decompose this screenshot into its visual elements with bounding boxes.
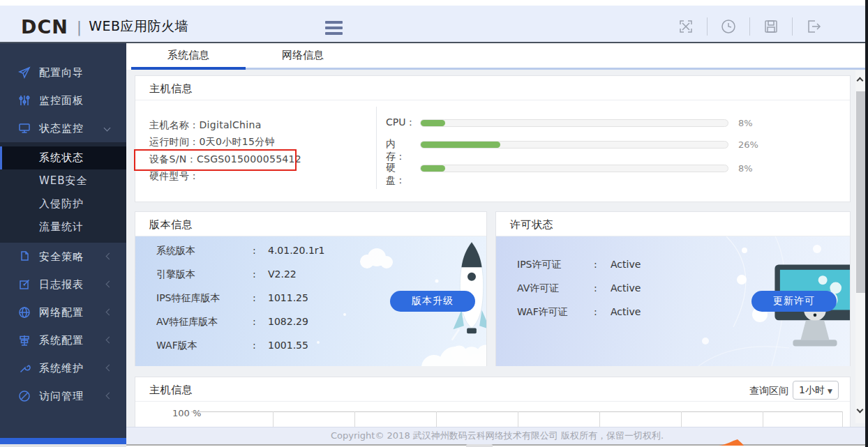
brand-area: DCN | WEB应用防火墙 xyxy=(21,11,188,42)
chevron-down-icon xyxy=(104,125,111,132)
dcn-logo: DCN xyxy=(21,16,68,38)
disk-gauge-fill xyxy=(421,165,445,172)
panel-title: 版本信息 xyxy=(149,218,193,232)
window-right-edge xyxy=(865,0,868,447)
document-icon xyxy=(18,250,31,263)
toolbar-divider xyxy=(749,17,750,36)
disk-percent: 8% xyxy=(738,163,753,174)
version-upgrade-button[interactable]: 版本升级 xyxy=(390,291,475,312)
panel-title: 主机信息 xyxy=(149,384,193,397)
sidebar-item-label: 系统维护 xyxy=(39,362,84,375)
sidebar-subitem-web-security[interactable]: WEB安全 xyxy=(0,169,126,192)
memory-percent: 26% xyxy=(738,139,758,150)
sidebar-item-security-policy[interactable]: 安全策略 xyxy=(0,243,126,271)
fullscreen-icon[interactable] xyxy=(678,18,694,35)
license-status-panel: 许可状态 xyxy=(495,211,851,366)
license-update-button[interactable]: 更新许可 xyxy=(751,291,837,312)
sidebar-subitem-traffic-stats[interactable]: 流量统计 xyxy=(0,215,126,238)
subitem-label: 系统状态 xyxy=(39,151,84,165)
version-info-panel: 版本信息 xyxy=(135,211,487,366)
block-icon xyxy=(18,390,31,402)
app-title: WEB应用防火墙 xyxy=(89,17,188,36)
vertical-scrollbar[interactable] xyxy=(855,70,866,423)
chart-top-gridline xyxy=(191,411,843,412)
sidebar-item-label: 网络配置 xyxy=(39,306,84,319)
bottom-strip xyxy=(126,444,868,447)
sidebar-item-monitor-dashboard[interactable]: 监控面板 xyxy=(0,86,126,114)
tab-system-info[interactable]: 系统信息 xyxy=(131,43,246,68)
sidebar-item-log-report[interactable]: 日志报表 xyxy=(0,271,126,298)
paper-plane-icon xyxy=(18,66,31,79)
sidebar-item-label: 系统配置 xyxy=(39,334,84,347)
interval-dropdown[interactable]: 1小时▼ xyxy=(793,381,839,400)
sidebar-subitem-intrusion-prevention[interactable]: 入侵防护 xyxy=(0,192,126,215)
panel-header: 主机信息 xyxy=(135,76,850,100)
host-name-field: 主机名称：DigitalChina xyxy=(149,119,262,135)
footer: Copyright© 2018 武汉神州数码云科网络技术有限公司 版权所有，保留… xyxy=(126,427,868,444)
sidebar-bottom-edge xyxy=(0,444,126,447)
serial-number-highlight-box xyxy=(134,149,297,171)
disk-gauge-track xyxy=(420,165,728,172)
panel-title: 主机信息 xyxy=(149,82,193,96)
sidebar-item-system-maintenance[interactable]: 系统维护 xyxy=(0,354,126,382)
window-top-strip xyxy=(0,0,868,6)
sidebar-item-access-management[interactable]: 访问管理 xyxy=(0,382,126,410)
toolbar-divider xyxy=(707,17,708,36)
scrollbar-thumb[interactable] xyxy=(856,91,865,293)
chevron-left-icon xyxy=(106,253,113,260)
orange-swoosh-graphic xyxy=(719,439,744,446)
chevron-left-icon xyxy=(106,309,113,316)
sidebar-nav: 配置向导 监控面板 状态监控 系统状态 WEB安全 入侵防护 流量统计 xyxy=(0,42,126,438)
query-interval-label: 查询区间 xyxy=(749,383,788,398)
toolbar-divider xyxy=(792,17,793,36)
sidebar-item-label: 日志报表 xyxy=(39,278,84,291)
logo-separator: | xyxy=(77,18,82,36)
monitor-illustration xyxy=(770,262,850,366)
chevron-left-icon xyxy=(106,365,113,372)
cpu-gauge-fill xyxy=(421,120,445,126)
interval-value: 1小时 xyxy=(799,384,825,395)
chevron-left-icon xyxy=(106,393,113,400)
clock-icon[interactable] xyxy=(720,18,737,35)
version-panel-body: 系统版本:4.01.20.1r1 引擎版本:V2.22 IPS特征库版本:101… xyxy=(135,236,486,366)
tab-network-info[interactable]: 网络信息 xyxy=(246,43,360,68)
logout-icon[interactable] xyxy=(805,18,822,35)
memory-gauge-track xyxy=(420,141,728,149)
scroll-down-button[interactable] xyxy=(855,407,866,418)
globe-icon xyxy=(18,306,31,319)
active-tab-underline xyxy=(131,67,246,70)
sidebar-item-label: 状态监控 xyxy=(39,122,84,135)
waf-admin-window: DCN | WEB应用防火墙 xyxy=(0,0,868,447)
sidebar-item-label: 访问管理 xyxy=(39,390,84,403)
memory-gauge-fill xyxy=(421,142,500,148)
hamburger-menu-icon[interactable] xyxy=(325,21,343,36)
sidebar-subitem-system-status[interactable]: 系统状态 xyxy=(0,146,126,169)
sidebar-item-config-wizard[interactable]: 配置向导 xyxy=(0,59,126,86)
wrench-icon xyxy=(18,362,31,374)
panel-header: 版本信息 xyxy=(135,212,486,236)
scroll-up-button[interactable] xyxy=(855,76,866,87)
app-header: DCN | WEB应用防火墙 xyxy=(0,6,868,42)
subitem-label: WEB安全 xyxy=(39,174,88,188)
subitem-label: 流量统计 xyxy=(39,220,84,234)
sidebar-item-network-config[interactable]: 网络配置 xyxy=(0,298,126,326)
content-tabbar: 系统信息 网络信息 xyxy=(126,43,868,70)
license-panel-body: IPS许可证:Active AV许可证:Active WAF许可证:Active… xyxy=(496,236,850,366)
chevron-up-icon xyxy=(857,77,864,84)
edit-icon xyxy=(18,278,31,291)
sidebar-bottom-accent xyxy=(0,438,126,444)
tabbar-baseline xyxy=(246,68,868,70)
header-bottom-border xyxy=(0,42,868,43)
hardware-model-field: 硬件型号： xyxy=(149,170,200,185)
caret-down-icon: ▼ xyxy=(828,388,832,395)
sidebar-item-label: 配置向导 xyxy=(39,66,84,79)
save-icon[interactable] xyxy=(763,18,779,35)
signpost-icon xyxy=(18,334,31,347)
monitor-icon xyxy=(18,122,31,135)
chevron-left-icon xyxy=(106,337,113,344)
subitem-label: 入侵防护 xyxy=(39,197,84,211)
sidebar-item-status-monitor[interactable]: 状态监控 xyxy=(0,114,126,142)
sliders-icon xyxy=(18,94,31,107)
sidebar-item-system-config[interactable]: 系统配置 xyxy=(0,326,126,354)
cpu-percent: 8% xyxy=(738,118,753,128)
